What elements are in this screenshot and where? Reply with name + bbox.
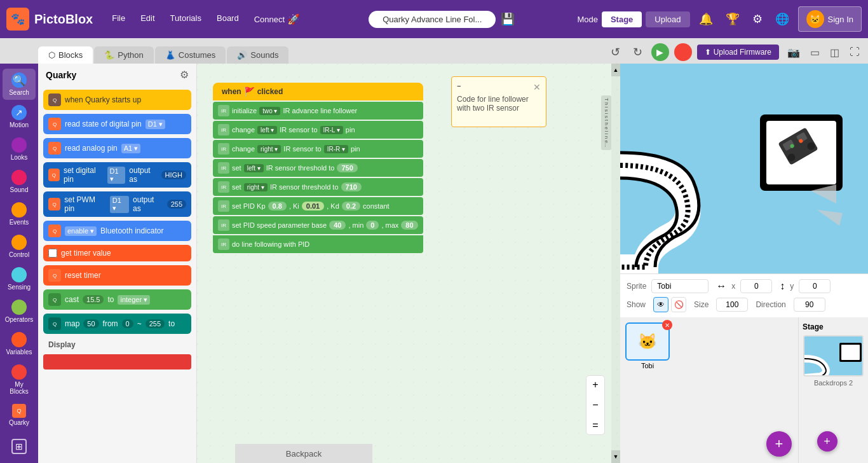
x-input[interactable] — [740, 279, 772, 293]
left-dropdown[interactable]: left ▾ — [257, 126, 277, 134]
threshold-750[interactable]: 750 — [337, 163, 357, 172]
sidebar-item-motion[interactable]: ↗ Motion — [3, 101, 36, 132]
nav-edit[interactable]: Edit — [134, 10, 161, 29]
ir-r-dropdown[interactable]: IR-R ▾ — [324, 145, 348, 153]
direction-input[interactable] — [794, 298, 825, 312]
ir-l-dropdown[interactable]: IR-L ▾ — [320, 126, 343, 134]
sidebar-item-myblocks[interactable]: My Blocks — [3, 361, 36, 399]
globe-icon[interactable]: 🌐 — [771, 10, 793, 29]
size-input[interactable] — [716, 298, 748, 312]
pwm-pin-dropdown[interactable]: D1 ▾ — [110, 196, 129, 213]
sign-in-button[interactable]: 🐱 Sign In — [798, 6, 862, 32]
ki-value[interactable]: 0.01 — [302, 202, 324, 211]
green-flag-button[interactable]: ▶ — [651, 43, 669, 61]
upload-mode-button[interactable]: Upload — [646, 11, 689, 27]
sprite-name-input[interactable] — [651, 279, 709, 293]
tab-sounds[interactable]: 🔊 Sounds — [227, 46, 288, 64]
split-view-icon[interactable]: ◫ — [827, 45, 843, 60]
right-dropdown[interactable]: right ▾ — [257, 145, 281, 153]
code-block-initialize[interactable]: IR initialize two ▾ IR advance line foll… — [213, 102, 423, 120]
block-get-timer[interactable]: get timer value — [43, 245, 191, 261]
sidebar-item-quarky[interactable]: Q Quarky — [3, 400, 36, 430]
sprite-thumb-tobi[interactable]: 🐱 ✕ Tobi — [625, 322, 670, 370]
left2-dropdown[interactable]: left ▾ — [244, 164, 264, 172]
blocks-settings-button[interactable]: ⚙ — [180, 69, 189, 81]
base-value[interactable]: 40 — [329, 221, 346, 230]
expand-stage-icon[interactable]: ▭ — [807, 45, 823, 60]
code-block-set-pid-kp[interactable]: IR set PID Kp 0.8 , Ki 0.01 , Kd 0.2 con… — [213, 197, 423, 215]
display-block-placeholder[interactable] — [43, 354, 191, 370]
block-reset-timer[interactable]: Q reset timer — [43, 265, 191, 286]
note-collapse-icon[interactable]: − — [457, 82, 461, 92]
nav-file[interactable]: File — [105, 10, 132, 29]
map-value1[interactable]: 50 — [83, 319, 98, 328]
sidebar-item-variables[interactable]: Variables — [3, 328, 36, 359]
block-read-digital[interactable]: Q read state of digital pin D1 ▾ — [43, 114, 191, 134]
block-enable-bluetooth[interactable]: Q enable ▾ Bluetooth indicator — [43, 221, 191, 241]
tab-costumes[interactable]: 👗 Costumes — [155, 46, 226, 64]
high-value[interactable]: HIGH — [161, 170, 187, 179]
sidebar-item-search[interactable]: 🔍 Search — [3, 69, 36, 100]
camera-icon[interactable]: 📷 — [784, 45, 803, 60]
sidebar-item-looks[interactable]: Looks — [3, 134, 36, 165]
when-clicked-block[interactable]: when 🚩 clicked — [213, 83, 423, 100]
block-read-analog[interactable]: Q read analog pin A1 ▾ — [43, 138, 191, 158]
undo-button[interactable]: ↺ — [607, 44, 624, 60]
map-value3[interactable]: 255 — [146, 319, 165, 328]
add-backdrop-button[interactable]: + — [817, 431, 837, 452]
y-input[interactable] — [799, 279, 831, 293]
sidebar-item-events[interactable]: Events — [3, 198, 36, 230]
kd-value[interactable]: 0.2 — [342, 202, 360, 211]
sidebar-item-sensing[interactable]: Sensing — [3, 263, 36, 294]
settings-icon[interactable]: ⚙ — [749, 10, 766, 29]
code-block-set-right-threshold[interactable]: IR set right ▾ IR sensor threshold to 71… — [213, 178, 423, 196]
zoom-reset-button[interactable]: = — [587, 417, 604, 434]
pwm-value[interactable]: 255 — [167, 200, 186, 209]
sidebar-item-extensions[interactable]: ⊞ — [3, 435, 36, 458]
tab-python[interactable]: 🐍 Python — [94, 46, 153, 64]
threshold-710[interactable]: 710 — [341, 183, 362, 191]
pin-a1-dropdown[interactable]: A1 ▾ — [121, 144, 141, 153]
code-block-do-line-following[interactable]: IR do line following with PID — [213, 235, 423, 253]
redo-button[interactable]: ↻ — [629, 44, 646, 60]
cast-type-dropdown[interactable]: integer ▾ — [118, 295, 150, 305]
fullscreen-icon[interactable]: ⛶ — [846, 45, 863, 60]
pin-d1-dropdown[interactable]: D1 ▾ — [146, 120, 165, 129]
note-block[interactable]: − ✕ Code for line follower with two IR s… — [451, 76, 546, 127]
zoom-in-button[interactable]: + — [587, 376, 604, 394]
sprite-delete-button[interactable]: ✕ — [662, 320, 672, 330]
code-block-change-right[interactable]: IR change right ▾ IR sensor to IR-R ▾ pi… — [213, 140, 423, 158]
block-set-pwm[interactable]: Q set PWM pin D1 ▾ output as 255 — [43, 191, 191, 217]
note-close-button[interactable]: ✕ — [533, 82, 541, 92]
notification-icon[interactable]: 🔔 — [695, 10, 717, 29]
code-block-set-pid-speed[interactable]: IR set PID speed parameter base 40 , min… — [213, 216, 423, 234]
stage-mini-thumbnail[interactable] — [803, 335, 864, 377]
sidebar-item-operators[interactable]: Operators — [3, 296, 36, 327]
add-sprite-button[interactable]: + — [766, 431, 792, 457]
block-cast[interactable]: Q cast 15.5 to integer ▾ — [43, 289, 191, 310]
backpack-bar[interactable]: Backpack — [235, 444, 372, 463]
nav-tutorials[interactable]: Tutorials — [164, 10, 208, 29]
zoom-out-button[interactable]: − — [587, 396, 604, 414]
right2-dropdown[interactable]: right ▾ — [244, 183, 268, 191]
block-map[interactable]: Q map 50 from 0 ~ 255 to — [43, 314, 191, 334]
code-area[interactable]: − ✕ Code for line follower with two IR s… — [197, 64, 620, 463]
map-value2[interactable]: 0 — [122, 319, 133, 328]
show-hidden-button[interactable]: 🚫 — [671, 297, 686, 312]
scroll-up-arrow[interactable]: ▲ — [611, 64, 620, 76]
nav-connect[interactable]: Connect 🚀 — [248, 10, 306, 29]
block-when-quarky-starts[interactable]: Q when Quarky starts up — [43, 90, 191, 110]
stage-mode-button[interactable]: Stage — [602, 11, 642, 27]
timer-checkbox[interactable] — [48, 249, 57, 258]
sidebar-item-sound[interactable]: Sound — [3, 166, 36, 197]
enable-dropdown[interactable]: enable ▾ — [65, 226, 97, 236]
kp-value[interactable]: 0.8 — [268, 202, 287, 211]
max-value[interactable]: 80 — [401, 221, 417, 230]
tab-blocks[interactable]: ⬡ Blocks — [38, 46, 93, 64]
block-set-digital[interactable]: Q set digital pin D1 ▾ output as HIGH — [43, 162, 191, 188]
trophy-icon[interactable]: 🏆 — [722, 10, 743, 29]
show-visible-button[interactable]: 👁 — [653, 297, 668, 312]
nav-board[interactable]: Board — [210, 10, 245, 29]
set-pin-d1-dropdown[interactable]: D1 ▾ — [107, 167, 126, 184]
code-block-set-left-threshold[interactable]: IR set left ▾ IR sensor threshold to 750 — [213, 159, 423, 177]
